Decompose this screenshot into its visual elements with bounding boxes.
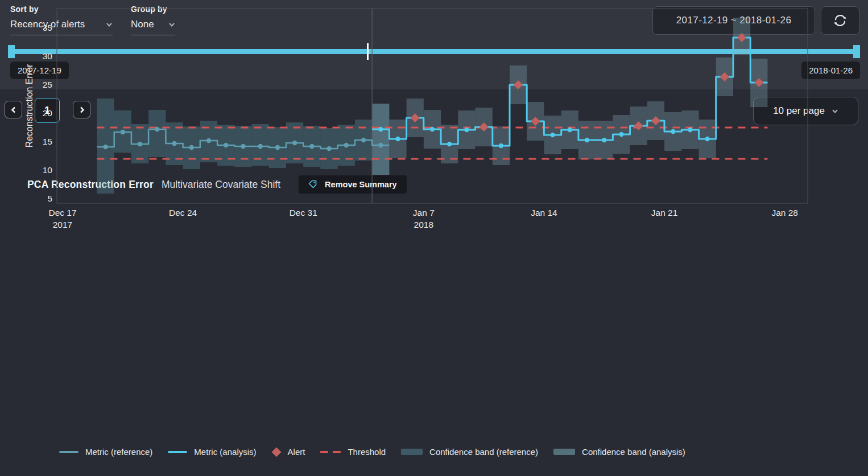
legend-item-threshold[interactable]: Threshold <box>320 447 386 457</box>
legend-label: Threshold <box>348 447 386 457</box>
legend-item-metric-reference[interactable]: Metric (reference) <box>59 447 152 457</box>
svg-text:Jan 21: Jan 21 <box>651 208 678 218</box>
legend-label: Metric (reference) <box>85 447 152 457</box>
alert-diamond-swatch <box>271 447 281 457</box>
svg-text:Dec 31: Dec 31 <box>290 208 317 218</box>
svg-text:2018: 2018 <box>414 220 433 229</box>
legend-label: Confidence band (reference) <box>429 447 538 457</box>
svg-text:Jan 28: Jan 28 <box>771 208 798 218</box>
svg-text:20: 20 <box>43 108 53 118</box>
svg-text:30: 30 <box>43 51 53 61</box>
legend-item-alert[interactable]: Alert <box>272 447 305 457</box>
svg-text:35: 35 <box>43 23 52 32</box>
svg-text:Jan 14: Jan 14 <box>531 208 557 218</box>
svg-text:Dec 24: Dec 24 <box>169 208 197 218</box>
drift-dashboard: Sort by Recency of alerts Group by None … <box>0 0 868 476</box>
svg-text:15: 15 <box>43 137 52 146</box>
svg-text:Jan 7: Jan 7 <box>413 208 435 218</box>
analysis-band-swatch <box>553 449 575 455</box>
legend-label: Confidence band (analysis) <box>582 447 685 457</box>
svg-text:Reconstruction Error: Reconstruction Error <box>24 64 34 147</box>
metric-chart[interactable]: 5101520253035Reconstruction ErrorDec 172… <box>0 0 868 268</box>
threshold-dash-swatch <box>320 451 341 453</box>
chart-legend: Metric (reference) Metric (analysis) Ale… <box>59 447 685 457</box>
legend-label: Alert <box>288 447 305 457</box>
legend-item-metric-analysis[interactable]: Metric (analysis) <box>168 447 256 457</box>
svg-text:5: 5 <box>47 194 52 203</box>
reference-line-swatch <box>59 451 78 453</box>
analysis-line-swatch <box>168 451 187 453</box>
svg-text:Dec 17: Dec 17 <box>48 208 76 218</box>
svg-text:10: 10 <box>43 165 53 175</box>
legend-item-confidence-band-reference[interactable]: Confidence band (reference) <box>401 447 538 457</box>
svg-text:2017: 2017 <box>53 220 72 229</box>
legend-label: Metric (analysis) <box>194 447 256 457</box>
reference-band-swatch <box>401 449 423 455</box>
legend-item-confidence-band-analysis[interactable]: Confidence band (analysis) <box>553 447 685 457</box>
svg-text:25: 25 <box>43 80 52 89</box>
